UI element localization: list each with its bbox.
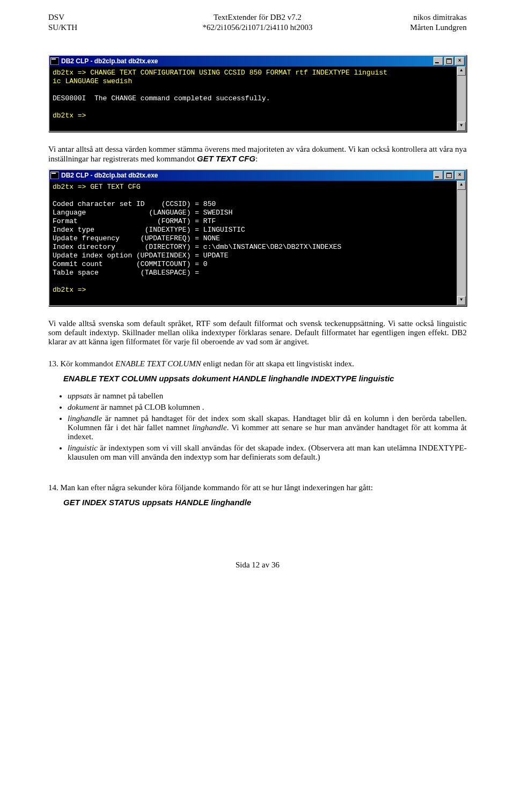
console-1-result: DES0800I The CHANGE command completed su… <box>53 94 270 102</box>
step-14: 14. Man kan efter några sekunder köra fö… <box>48 483 467 492</box>
console-1-cmd: db2tx => CHANGE TEXT CONFIGURATION USING… <box>53 69 387 85</box>
bullet-2-text: är namnet på CLOB kolumnen . <box>99 403 204 411</box>
console-1-titlebar: DB2 CLP - db2clp.bat db2tx.exe × <box>49 56 466 67</box>
step-13-command-name: ENABLE TEXT COLUMN <box>115 359 201 368</box>
paragraph-2: Vi valde alltså svenska som default språ… <box>48 319 467 346</box>
scroll-down-icon[interactable]: ▼ <box>457 296 466 305</box>
step-13: 13. Kör kommandot ENABLE TEXT COLUMN enl… <box>48 359 467 368</box>
console-1-body: db2tx => CHANGE TEXT CONFIGURATION USING… <box>49 67 457 131</box>
window-buttons: × <box>433 171 465 180</box>
header-center-1: TextExtender för DB2 v7.2 <box>188 13 327 22</box>
bullet-4: linguistic är indextypen som vi vill ska… <box>68 444 467 462</box>
bullet-1-em: uppsats <box>68 392 92 400</box>
header-left-1: DSV <box>48 13 188 22</box>
command-13: ENABLE TEXT COLUMN uppsats dokument HAND… <box>63 374 467 383</box>
scrollbar[interactable]: ▲ ▼ <box>457 181 466 305</box>
scroll-up-icon[interactable]: ▲ <box>457 181 466 190</box>
bullet-1: uppsats är namnet på tabellen <box>68 392 467 401</box>
command-14: GET INDEX STATUS uppsats HANDLE linghand… <box>63 498 467 507</box>
bullet-1-text: är namnet på tabellen <box>92 392 163 400</box>
bullet-3-em2: linghandle <box>192 423 226 432</box>
bullet-3: linghandle är namnet på handtaget för de… <box>68 414 467 441</box>
paragraph-1: Vi antar alltså att dessa värden kommer … <box>48 145 467 164</box>
bullet-2: dokument är namnet på CLOB kolumnen . <box>68 403 467 412</box>
bullet-4-em: linguistic <box>68 444 98 452</box>
minimize-button[interactable] <box>433 171 443 180</box>
console-1-title: DB2 CLP - db2clp.bat db2tx.exe <box>61 57 158 65</box>
console-window-1: DB2 CLP - db2clp.bat db2tx.exe × db2tx =… <box>48 55 467 132</box>
scroll-down-icon[interactable]: ▼ <box>457 122 466 131</box>
paragraph-1-end: : <box>255 154 258 163</box>
header-left-2: SU/KTH <box>48 23 188 32</box>
step-13-number: 13. <box>48 359 58 368</box>
inline-command-1: GET TEXT CFG <box>197 154 255 163</box>
close-button[interactable]: × <box>455 171 465 180</box>
step-13-text-c: enligt nedan för att skapa ett lingvisti… <box>201 359 354 368</box>
maximize-button[interactable] <box>444 171 454 180</box>
scroll-up-icon[interactable]: ▲ <box>457 67 466 76</box>
minimize-button[interactable] <box>433 57 443 65</box>
page: DSV TextExtender för DB2 v7.2 nikos dimi… <box>0 0 515 602</box>
console-1-prompt: db2tx => <box>53 112 86 120</box>
console-2-cmd: db2tx => GET TEXT CFG <box>53 183 141 191</box>
console-2-output: Coded character set ID (CCSID) = 850 Lan… <box>53 200 341 277</box>
bullet-list: uppsats är namnet på tabellen dokument ä… <box>48 392 467 462</box>
header-right-2: Mårten Lundgren <box>327 23 467 32</box>
header-row-1: DSV TextExtender för DB2 v7.2 nikos dimi… <box>48 13 467 22</box>
close-button[interactable]: × <box>455 57 465 65</box>
bullet-2-em: dokument <box>68 403 99 411</box>
console-2-title: DB2 CLP - db2clp.bat db2tx.exe <box>61 172 158 179</box>
header-row-2: SU/KTH *62/2i1056/2i1071/2i4110 ht2003 M… <box>48 23 467 32</box>
header-right-1: nikos dimitrakas <box>327 13 467 22</box>
step-14-number: 14. <box>48 483 58 492</box>
console-window-2: DB2 CLP - db2clp.bat db2tx.exe × db2tx =… <box>48 169 467 306</box>
console-2-body: db2tx => GET TEXT CFG Coded character se… <box>49 181 457 305</box>
window-buttons: × <box>433 57 465 65</box>
step-13-text-a: Kör kommandot <box>61 359 116 368</box>
console-2-titlebar: DB2 CLP - db2clp.bat db2tx.exe × <box>49 170 466 181</box>
console-icon <box>50 172 59 179</box>
console-2-prompt: db2tx => <box>53 286 86 294</box>
maximize-button[interactable] <box>444 57 454 65</box>
bullet-3-em: linghandle <box>68 414 102 423</box>
bullet-4-text: är indextypen som vi vill skall användas… <box>68 444 467 461</box>
page-footer: Sida 12 av 36 <box>48 560 467 570</box>
console-icon <box>50 57 59 65</box>
step-14-text: Man kan efter några sekunder köra följan… <box>61 483 373 492</box>
scrollbar[interactable]: ▲ ▼ <box>457 67 466 131</box>
header-center-2: *62/2i1056/2i1071/2i4110 ht2003 <box>188 23 327 32</box>
